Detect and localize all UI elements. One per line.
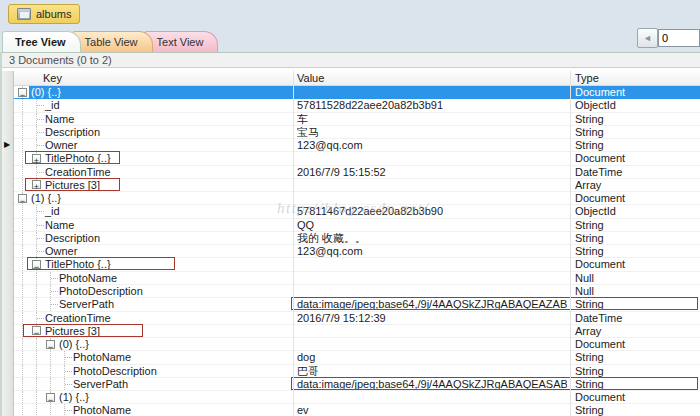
tree-row[interactable]: _id 57811528d22aee20a82b3b91 ObjectId [13,99,700,112]
tree-connector [51,304,58,305]
tree-connector [37,318,44,319]
tab-text-view[interactable]: Text View [144,31,219,52]
tree-guide-line [22,152,23,164]
tree-guide-line [22,219,23,231]
tree-guide-line [22,139,23,151]
previous-page-button[interactable]: ◄ [637,28,658,48]
tree-row[interactable]: − TitlePhoto {..} Document [13,258,700,271]
tree-row[interactable]: PhotoName Null [13,272,700,285]
tree-guide-line [22,312,23,324]
row-type: String [575,139,604,151]
row-key: Description [45,126,100,138]
row-key: (1) {..} [31,192,61,204]
tree-row[interactable]: Name QQ String [13,219,700,232]
current-row-arrow-icon: ▶ [4,140,10,149]
tree-row[interactable]: − Pictures [3] Array [13,325,700,338]
row-type: String [575,351,604,363]
row-value: 巴哥 [297,365,319,377]
tree-row[interactable]: CreationTime 2016/7/9 15:15:52 DateTime [13,166,700,179]
annotation-highlight-box [23,324,143,337]
tree-connector [37,238,44,239]
tree-row[interactable]: Description 宝马 String [13,126,700,139]
tree-row[interactable]: CreationTime 2016/7/9 15:12:39 DateTime [13,312,700,325]
panel-left-border [0,52,2,416]
tree-row[interactable]: − (0) {..} Document [13,86,700,99]
row-value: 宝马 [297,126,319,138]
row-type: String [575,126,604,138]
tree-row[interactable]: + Pictures [3] Array [13,179,700,192]
row-type: Document [575,192,625,204]
tree-guide-line [22,285,23,297]
row-value: 123@qq.com [297,139,363,151]
tree-row[interactable]: PhotoDescription 巴哥 String [13,365,700,378]
row-key: PhotoName [73,351,131,363]
tree-connector [37,132,44,133]
tree-guide-line [22,258,23,270]
row-type: Document [575,258,625,270]
collapse-minus-icon[interactable]: − [46,393,55,402]
tree-row[interactable]: PhotoDescription Null [13,285,700,298]
skip-count-input[interactable] [658,29,700,47]
row-type: Null [575,272,594,284]
row-value: QQ [297,219,314,231]
column-header-key[interactable]: Key [43,71,62,85]
tree-guide-line [22,126,23,138]
tree-connector [65,384,72,385]
tree-row[interactable]: PhotoName dog String [13,351,700,364]
collapse-minus-icon[interactable]: − [18,88,27,97]
row-type: DateTime [575,166,622,178]
tree-row[interactable]: Name 车 String [13,113,700,126]
row-value: 我的 收藏。。 [297,232,366,244]
tree-row[interactable]: − (0) {..} Document [13,338,700,351]
row-key: PhotoName [59,272,117,284]
tree-guide-line [50,351,51,363]
column-header-type[interactable]: Type [575,71,599,85]
app-window: albums ◄ Tree View Table View Text View … [0,0,700,416]
tree-connector [37,105,44,106]
tree-guide-line [36,298,37,310]
collapse-minus-icon[interactable]: − [46,340,55,349]
row-type: Document [575,86,625,98]
tree-connector [37,172,44,173]
row-type: String [575,365,604,377]
tree-row[interactable]: Owner 123@qq.com String [13,139,700,152]
document-navigator: ◄ [637,28,700,48]
tree-row[interactable]: Owner 123@qq.com String [13,245,700,258]
tree-guide-line [36,391,37,403]
collapse-minus-icon[interactable]: − [18,194,27,203]
tree-guide-line [22,272,23,284]
tree-row[interactable]: ServerPath data:image/jpeg;base64,/9j/4A… [13,378,700,391]
row-type: Array [575,179,601,191]
tree-connector [65,357,72,358]
column-header-value[interactable]: Value [297,71,324,85]
view-tabstrip: Tree View Table View Text View [2,30,209,52]
row-value: 123@qq.com [297,245,363,257]
tab-table-view[interactable]: Table View [72,31,153,52]
row-type: String [575,245,604,257]
row-key: (0) {..} [31,86,61,98]
tree-guide-line [22,378,23,390]
tree-row[interactable]: − (1) {..} Document [13,391,700,404]
tree-row[interactable]: Description 我的 收藏。。 String [13,232,700,245]
tab-tree-view[interactable]: Tree View [2,31,81,52]
tree-guide-line [50,365,51,377]
tree-guide-line [22,338,23,350]
tree-guide-line [22,113,23,125]
tree-row[interactable]: ServerPath data:image/jpeg;base64,/9j/4A… [13,298,700,311]
row-key: ServerPath [73,378,128,390]
collection-tab-albums[interactable]: albums [8,4,80,24]
row-key: PhotoName [73,404,131,416]
tree-guide-line [22,404,23,416]
row-value: dog [297,351,315,363]
tree-connector [51,278,58,279]
tree-row[interactable]: + TitlePhoto {..} Document [13,152,700,165]
row-key: (0) {..} [59,338,89,350]
grid-body: − (0) {..} Document _id 57811528d22aee20… [13,86,700,416]
row-type: ObjectId [575,205,616,217]
tree-row[interactable]: PhotoName ev String [13,404,700,416]
row-key: ServerPath [59,298,114,310]
row-key: PhotoDescription [73,365,157,377]
tree-connector [37,251,44,252]
tree-connector [37,225,44,226]
tree-guide-line [36,365,37,377]
